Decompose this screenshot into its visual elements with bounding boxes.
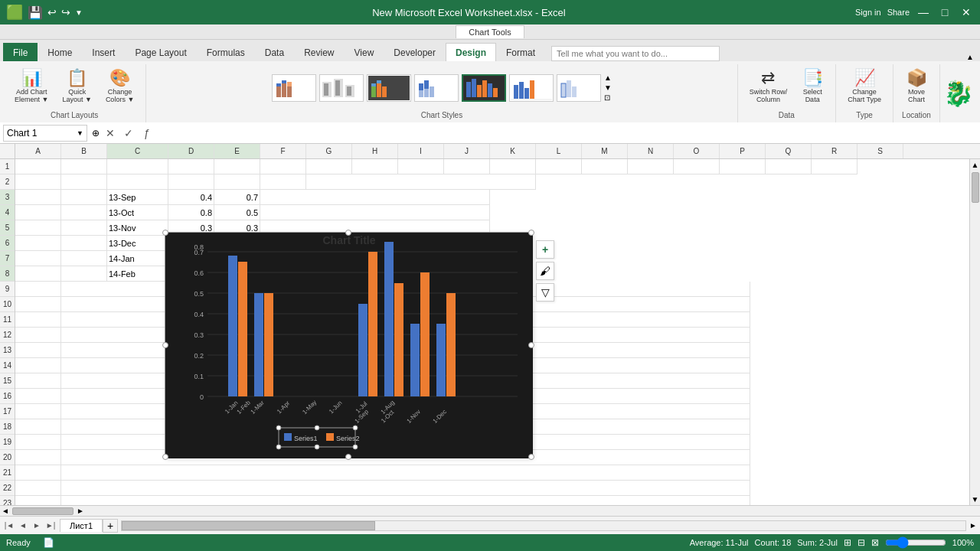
chart-handle-tc[interactable] [345,230,351,236]
col-header-M[interactable]: M [582,144,628,158]
sign-in-label[interactable]: Sign in [855,8,881,17]
col-header-P[interactable]: P [720,144,766,158]
col-header-O[interactable]: O [674,144,720,158]
add-chart-element-chart-btn[interactable]: + [536,240,554,259]
chart-handle-bl[interactable] [162,454,168,460]
page-break-view-btn[interactable]: ⊠ [871,537,879,548]
add-chart-element-button[interactable]: 📊 Add Chart Element ▼ [9,66,54,107]
horizontal-scrollbar[interactable]: ◄ ► [0,505,980,516]
cell-A22[interactable] [15,481,61,496]
chart-style-6[interactable] [509,74,554,102]
chart-style-2[interactable] [319,74,364,102]
cell-A14[interactable] [15,358,61,373]
vertical-scrollbar[interactable]: ▲ ▼ [969,159,980,505]
scroll-thumb-v[interactable] [972,172,979,203]
add-sheet-btn[interactable]: + [103,519,118,533]
tab-format[interactable]: Format [496,43,545,61]
cell-A3[interactable] [15,190,61,205]
chart-styles-scroll-up[interactable]: ▲ [604,73,612,82]
name-box[interactable]: Chart 1 ▼ [3,125,87,142]
zoom-slider[interactable] [885,536,946,549]
close-btn[interactable]: ✕ [959,5,974,20]
cell-E2[interactable] [214,174,260,190]
chart-handle-tr[interactable] [528,230,534,236]
row-num-20[interactable]: 20 [0,450,15,465]
cell-C8[interactable]: 14-Feb [107,266,168,282]
row-num-22[interactable]: 22 [0,481,15,496]
move-chart-button[interactable]: 📦 Move Chart [900,66,933,107]
cell-A15[interactable] [15,373,61,389]
quick-layout-button[interactable]: 📋 Quick Layout ▼ [57,66,96,107]
undo-icon[interactable]: ↩ [47,6,57,18]
share-label[interactable]: Share [887,8,910,17]
col-header-E[interactable]: E [214,144,260,158]
chart-handle-br[interactable] [528,454,534,460]
cell-A7[interactable] [15,251,61,266]
chart-styles-scroll-down[interactable]: ▼ [604,83,612,92]
scroll-left-btn[interactable]: ◄ [2,507,9,515]
cell-A18[interactable] [15,419,61,435]
chart-style-3[interactable] [367,74,411,102]
row-num-9[interactable]: 9 [0,282,15,297]
cell-H1[interactable] [352,159,398,174]
minimize-btn[interactable]: — [916,5,931,20]
cell-N1[interactable] [628,159,674,174]
row-num-7[interactable]: 7 [0,251,15,266]
confirm-formula-btn[interactable]: ✓ [121,126,136,141]
row-num-12[interactable]: 12 [0,328,15,343]
col-header-H[interactable]: H [352,144,398,158]
cell-A19[interactable] [15,435,61,450]
chart-style-7[interactable] [557,74,601,102]
col-header-R[interactable]: R [812,144,858,158]
cell-A6[interactable] [15,236,61,251]
customize-icon[interactable]: ▼ [75,8,83,17]
cell-A16[interactable] [15,389,61,404]
chart-style-5[interactable] [462,74,506,102]
col-header-A[interactable]: A [15,144,61,158]
row-num-16[interactable]: 16 [0,389,15,404]
chart-object[interactable]: 0 0.1 0.2 0.3 0.4 0.5 0.6 0.7 0.8 Chart … [165,232,532,458]
tab-design[interactable]: Design [446,43,496,61]
cell-C1[interactable] [107,159,168,174]
cell-D4[interactable]: 0.8 [168,205,214,220]
cell-K1[interactable] [490,159,536,174]
cell-M1[interactable] [582,159,628,174]
cell-D1[interactable] [168,159,214,174]
row-num-14[interactable]: 14 [0,358,15,373]
horizontal-scroll-bar[interactable] [121,520,966,531]
row-num-13[interactable]: 13 [0,343,15,358]
cell-A8[interactable] [15,266,61,282]
collapse-ribbon-btn[interactable]: ▲ [963,53,977,61]
cell-I1[interactable] [398,159,444,174]
cell-A20[interactable] [15,450,61,465]
col-header-F[interactable]: F [260,144,306,158]
scroll-right-btn[interactable]: ► [77,507,84,515]
scroll-right-end[interactable]: ► [969,521,977,530]
cell-A17[interactable] [15,404,61,419]
row-num-8[interactable]: 8 [0,266,15,282]
tab-data[interactable]: Data [255,43,294,61]
tab-formulas[interactable]: Formulas [197,43,255,61]
col-header-B[interactable]: B [61,144,107,158]
cell-J1[interactable] [444,159,490,174]
formula-bar-functions-icon[interactable]: ⊕ [92,128,100,139]
cell-C3[interactable]: 13-Sep [107,190,168,205]
row-num-1[interactable]: 1 [0,159,15,174]
tab-home[interactable]: Home [38,43,82,61]
cell-C7[interactable]: 14-Jan [107,251,168,266]
cell-R1[interactable] [812,159,858,174]
cell-A2[interactable] [15,174,61,190]
cell-A1[interactable] [15,159,61,174]
col-header-L[interactable]: L [536,144,582,158]
cell-A4[interactable] [15,205,61,220]
chart-styles-expand[interactable]: ⊡ [604,93,612,102]
chart-handle-ml[interactable] [162,342,168,348]
save-icon[interactable]: 💾 [28,5,43,20]
row-num-2[interactable]: 2 [0,174,15,190]
chart-handle-mr[interactable] [528,342,534,348]
tab-page-layout[interactable]: Page Layout [125,43,196,61]
cell-F1[interactable] [260,159,306,174]
chart-handle-tl[interactable] [162,230,168,236]
cell-F3[interactable] [260,190,490,205]
cell-D2[interactable] [168,174,214,190]
